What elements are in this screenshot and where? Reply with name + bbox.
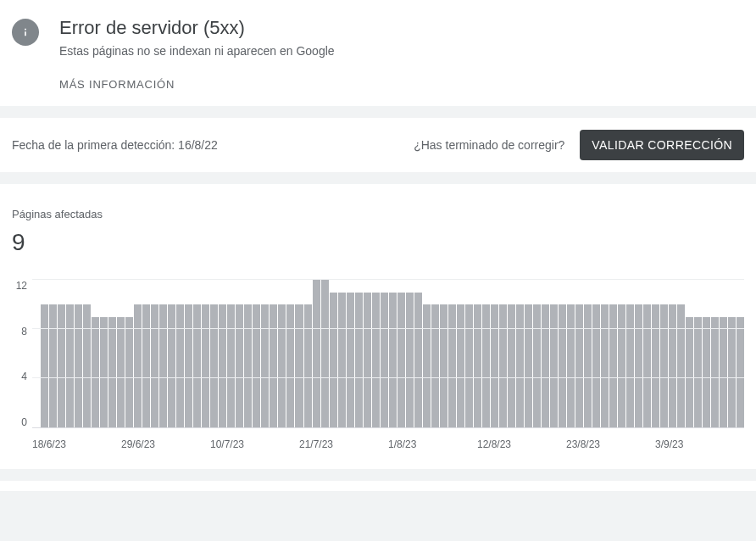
chart-bar bbox=[728, 317, 736, 428]
info-icon bbox=[12, 19, 39, 46]
chart-bar bbox=[397, 293, 405, 428]
chart-x-tick: 21/7/23 bbox=[299, 438, 388, 450]
chart-bar bbox=[227, 304, 235, 427]
chart-bar bbox=[92, 317, 99, 428]
chart-bar bbox=[491, 304, 498, 427]
chart-bar bbox=[372, 293, 380, 428]
chart-gridline bbox=[32, 328, 744, 329]
chart-bar bbox=[142, 304, 150, 427]
chart-bar bbox=[669, 304, 676, 427]
chart-x-tick: 10/7/23 bbox=[210, 438, 299, 450]
chart-bar bbox=[609, 304, 617, 427]
chart-bar bbox=[41, 304, 48, 427]
chart-bar bbox=[125, 317, 133, 428]
chart-bar bbox=[737, 317, 744, 428]
chart-bar bbox=[338, 293, 346, 428]
chart-bar bbox=[176, 304, 184, 427]
chart-bar bbox=[117, 317, 125, 428]
chart-bar bbox=[406, 293, 414, 428]
chart-bar bbox=[694, 317, 702, 428]
chart-bar bbox=[202, 304, 209, 427]
chart-bar bbox=[347, 293, 354, 428]
affected-pages-chart-panel: Páginas afectadas 9 12840 18/6/2329/6/23… bbox=[0, 184, 756, 469]
chart-bar bbox=[601, 304, 609, 427]
chart-bar bbox=[100, 317, 108, 428]
chart-bar bbox=[618, 304, 625, 427]
chart-bar bbox=[686, 317, 693, 428]
chart-bar bbox=[516, 304, 524, 427]
chart-bar bbox=[559, 304, 566, 427]
chart-bar bbox=[533, 304, 541, 427]
chart-bar bbox=[313, 280, 320, 427]
chart: 12840 bbox=[12, 280, 744, 428]
action-bar: Fecha de la primera detección: 16/8/22 ¿… bbox=[0, 118, 756, 172]
chart-bar bbox=[584, 304, 592, 427]
chart-bar bbox=[355, 293, 363, 428]
chart-bar bbox=[210, 304, 218, 427]
chart-bar bbox=[499, 304, 507, 427]
chart-bar bbox=[660, 304, 668, 427]
chart-bar bbox=[550, 304, 558, 427]
chart-bar bbox=[508, 304, 515, 427]
validate-fix-button[interactable]: VALIDAR CORRECCIÓN bbox=[580, 130, 744, 160]
chart-bar bbox=[474, 304, 481, 427]
chart-bar bbox=[219, 304, 226, 427]
chart-bar bbox=[83, 304, 91, 427]
chart-y-axis: 12840 bbox=[12, 280, 32, 428]
chart-bar bbox=[261, 304, 269, 427]
page-title: Error de servidor (5xx) bbox=[59, 17, 335, 39]
chart-bar bbox=[720, 317, 727, 428]
page-subtitle: Estas páginas no se indexan ni aparecen … bbox=[59, 44, 335, 58]
chart-bar bbox=[151, 304, 158, 427]
chart-bar bbox=[66, 304, 74, 427]
chart-y-tick: 4 bbox=[21, 371, 27, 382]
chart-bar bbox=[626, 304, 634, 427]
chart-x-tick: 23/8/23 bbox=[566, 438, 655, 450]
chart-x-axis: 18/6/2329/6/2310/7/2321/7/231/8/2312/8/2… bbox=[32, 438, 744, 450]
chart-bar bbox=[364, 293, 371, 428]
chart-bar bbox=[381, 293, 388, 428]
chart-bar bbox=[703, 317, 710, 428]
chart-x-tick: 18/6/23 bbox=[32, 438, 121, 450]
chart-bar bbox=[423, 304, 431, 427]
chart-x-tick: 3/9/23 bbox=[655, 438, 744, 450]
chart-bar bbox=[168, 304, 175, 427]
chart-x-tick: 1/8/23 bbox=[388, 438, 477, 450]
chart-bar bbox=[58, 304, 65, 427]
chart-y-tick: 12 bbox=[16, 280, 27, 292]
chart-bar bbox=[75, 304, 82, 427]
first-detection-label: Fecha de la primera detección: 16/8/22 bbox=[12, 138, 218, 152]
chart-bar bbox=[575, 304, 583, 427]
fix-question-label: ¿Has terminado de corregir? bbox=[414, 138, 564, 152]
chart-bar bbox=[482, 304, 490, 427]
chart-bar bbox=[635, 304, 642, 427]
error-header-panel: Error de servidor (5xx) Estas páginas no… bbox=[0, 0, 756, 106]
chart-y-tick: 8 bbox=[21, 326, 27, 337]
more-info-link[interactable]: MÁS INFORMACIÓN bbox=[59, 78, 335, 91]
chart-bar bbox=[330, 293, 337, 428]
chart-bar bbox=[278, 304, 286, 427]
chart-bars bbox=[32, 280, 744, 427]
chart-bar bbox=[677, 304, 685, 427]
chart-bar bbox=[567, 304, 575, 427]
chart-bar bbox=[270, 304, 277, 427]
chart-bar bbox=[159, 304, 167, 427]
chart-plot-area bbox=[32, 280, 744, 428]
chart-bar bbox=[185, 304, 192, 427]
chart-bar bbox=[253, 304, 260, 427]
metric-label: Páginas afectadas bbox=[12, 208, 744, 220]
chart-x-tick: 12/8/23 bbox=[477, 438, 566, 450]
chart-bar bbox=[244, 304, 252, 427]
chart-bar bbox=[134, 304, 142, 427]
chart-bar bbox=[414, 293, 422, 428]
chart-bar bbox=[286, 304, 294, 427]
chart-bar bbox=[431, 304, 439, 427]
chart-bar bbox=[465, 304, 473, 427]
metric-value: 9 bbox=[12, 229, 744, 256]
chart-bar bbox=[592, 304, 600, 427]
chart-bar bbox=[525, 304, 532, 427]
chart-bar bbox=[457, 304, 464, 427]
chart-bar bbox=[643, 304, 651, 427]
chart-bar bbox=[711, 317, 719, 428]
chart-bar bbox=[236, 304, 243, 427]
